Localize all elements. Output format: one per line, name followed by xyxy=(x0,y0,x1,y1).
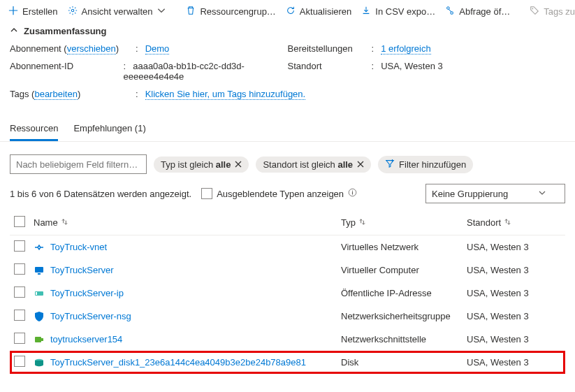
resource-location: USA, Westen 3 xyxy=(463,351,565,374)
table-row[interactable]: ToyTruckServer-ip Öffentliche IP-Adresse… xyxy=(10,282,565,305)
tab-resources[interactable]: Ressourcen xyxy=(10,123,58,141)
refresh-icon xyxy=(286,6,296,17)
add-tags-link[interactable]: Klicken Sie hier, um Tags hinzuzufügen. xyxy=(145,89,306,100)
resource-link[interactable]: ToyTruckServer-ip xyxy=(50,288,124,298)
edit-tags-link[interactable]: bearbeiten xyxy=(34,89,77,100)
show-hidden-label: Ausgeblendete Typen anzeigen xyxy=(217,189,344,199)
row-checkbox[interactable] xyxy=(14,286,25,298)
filter-pill-location-label: Standort ist gleich alle xyxy=(263,159,353,170)
sort-icon xyxy=(504,217,511,228)
resource-location: USA, Westen 3 xyxy=(463,305,565,328)
col-name[interactable]: Name xyxy=(29,210,337,235)
summary-toggle[interactable]: Zusammenfassung xyxy=(10,26,565,36)
row-checkbox[interactable] xyxy=(14,240,25,252)
col-type[interactable]: Typ xyxy=(337,210,463,235)
row-checkbox[interactable] xyxy=(14,356,25,367)
checkbox-icon xyxy=(201,188,212,199)
ip-icon xyxy=(34,288,45,299)
svg-point-3 xyxy=(532,8,534,10)
group-by-select[interactable]: Keine Gruppierung xyxy=(425,184,565,203)
export-csv-label: In CSV expo… xyxy=(375,6,435,17)
table-row[interactable]: ToyTruckServer Virtueller Computer USA, … xyxy=(10,259,565,282)
resource-link[interactable]: ToyTruckServer-nsg xyxy=(50,311,131,321)
vm-icon xyxy=(34,265,45,276)
refresh-button[interactable]: Aktualisieren xyxy=(286,6,351,17)
subscription-key: Abonnement (verschieben) xyxy=(10,43,136,54)
svg-point-2 xyxy=(451,12,453,15)
table-row[interactable]: ToyTruck-vnet Virtuelles Netzwerk USA, W… xyxy=(10,235,565,259)
subscription-value-link[interactable]: Demo xyxy=(145,43,170,55)
sort-icon xyxy=(61,217,68,228)
resource-location: USA, Westen 3 xyxy=(463,282,565,305)
manage-view-label: Ansicht verwalten xyxy=(82,6,153,17)
query-icon xyxy=(445,6,455,17)
show-hidden-checkbox[interactable]: Ausgeblendete Typen anzeigen xyxy=(201,188,357,199)
table-row[interactable]: toytruckserver154 Netzwerkschnittstelle … xyxy=(10,328,565,351)
filter-add-icon xyxy=(385,159,395,170)
row-checkbox[interactable] xyxy=(14,263,25,275)
tag-icon xyxy=(530,6,539,17)
tags-key: Tags (bearbeiten) xyxy=(10,89,136,99)
vnet-icon xyxy=(34,242,45,253)
deployments-link[interactable]: 1 erfolgreich xyxy=(381,43,431,55)
svg-rect-6 xyxy=(38,273,41,275)
resource-location: USA, Westen 3 xyxy=(463,259,565,282)
filter-pill-type[interactable]: Typ ist gleich alle xyxy=(154,157,249,173)
add-filter-button[interactable]: Filter hinzufügen xyxy=(378,156,473,173)
resource-table: Name Typ Standort ToyTruck-vnet Virtuell… xyxy=(10,210,565,374)
svg-point-0 xyxy=(71,9,74,12)
create-button[interactable]: Erstellen xyxy=(8,6,58,17)
table-row[interactable]: ToyTruckServer_disk1_23e6a144c4ea4049b3e… xyxy=(10,351,565,374)
manage-view-button[interactable]: Ansicht verwalten xyxy=(68,6,167,17)
resource-link[interactable]: toytruckserver154 xyxy=(50,334,122,344)
resource-link[interactable]: ToyTruckServer xyxy=(50,265,114,275)
toolbar: Erstellen Ansicht verwalten Ressourcengr… xyxy=(0,0,575,23)
trash-icon xyxy=(186,6,196,17)
svg-rect-9 xyxy=(35,337,41,342)
info-icon[interactable] xyxy=(348,188,357,199)
open-query-button[interactable]: Abfrage öf… xyxy=(445,6,510,17)
move-subscription-link[interactable]: verschieben xyxy=(67,43,116,55)
delete-rg-label: Ressourcengrup… xyxy=(200,6,275,17)
close-icon[interactable] xyxy=(357,159,364,170)
filter-pill-location[interactable]: Standort ist gleich alle xyxy=(256,157,371,173)
svg-rect-5 xyxy=(35,267,43,273)
export-csv-button[interactable]: In CSV expo… xyxy=(361,6,435,17)
delete-resource-group-button[interactable]: Ressourcengrup… xyxy=(186,6,275,17)
select-all-checkbox[interactable] xyxy=(14,216,25,227)
create-label: Erstellen xyxy=(22,6,58,17)
svg-rect-10 xyxy=(41,338,43,341)
resource-link[interactable]: ToyTruck-vnet xyxy=(50,242,107,252)
resource-type: Virtuelles Netzwerk xyxy=(337,235,463,259)
tab-recommendations[interactable]: Empfehlungen (1) xyxy=(73,123,145,141)
plus-icon xyxy=(8,6,18,17)
svg-rect-8 xyxy=(36,292,37,295)
chevron-down-icon xyxy=(538,189,546,199)
download-icon xyxy=(361,6,371,17)
resource-link[interactable]: ToyTruckServer_disk1_23e6a144c4ea4049b3e… xyxy=(50,357,306,368)
row-checkbox[interactable] xyxy=(14,333,25,344)
summary-title: Zusammenfassung xyxy=(24,26,106,36)
location-value: : USA, Westen 3 xyxy=(372,61,443,82)
filter-bar: Typ ist gleich alle Standort ist gleich … xyxy=(0,142,575,181)
resource-type: Netzwerksicherheitsgruppe xyxy=(337,305,463,328)
svg-point-1 xyxy=(447,7,450,10)
resource-type: Virtueller Computer xyxy=(337,259,463,282)
resource-type: Netzwerkschnittstelle xyxy=(337,328,463,351)
table-row[interactable]: ToyTruckServer-nsg Netzwerksicherheitsgr… xyxy=(10,305,565,328)
row-checkbox[interactable] xyxy=(14,310,25,321)
nsg-icon xyxy=(34,311,45,322)
deployments-key: Bereitstellungen xyxy=(288,43,372,54)
disk-icon xyxy=(34,357,45,368)
close-icon[interactable] xyxy=(235,159,242,170)
group-by-value: Keine Gruppierung xyxy=(432,189,508,199)
col-location[interactable]: Standort xyxy=(463,210,565,235)
nic-icon xyxy=(34,334,45,345)
chevron-down-icon xyxy=(157,6,166,17)
tabs: Ressourcen Empfehlungen (1) xyxy=(0,110,575,142)
summary-section: Zusammenfassung Abonnement (verschieben)… xyxy=(0,23,575,110)
resource-location: USA, Westen 3 xyxy=(463,328,565,351)
assign-tags-button[interactable]: Tags zu… xyxy=(530,6,575,17)
filter-input[interactable] xyxy=(10,154,147,174)
subscription-id-key: Abonnement-ID xyxy=(10,61,124,82)
